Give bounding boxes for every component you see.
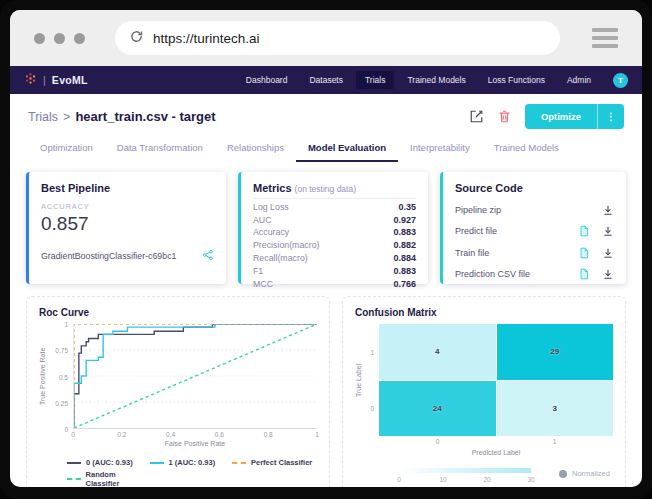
window-minimize-button[interactable] — [54, 33, 65, 44]
optimize-button-group: Optimize ⋮ — [525, 104, 624, 129]
app-navbar: | EvoML Dashboard Datasets Trials Traine… — [10, 66, 642, 94]
legend-item[interactable]: Perfect Classifier — [232, 458, 315, 467]
roc-y-ticks: 00.250.50.751 — [49, 324, 73, 429]
legend-item[interactable]: 1 (AUC: 0.93) — [150, 458, 233, 467]
user-avatar[interactable]: T — [613, 73, 628, 88]
browser-chrome: https://turintech.ai — [10, 10, 642, 66]
download-icon[interactable] — [602, 204, 614, 216]
page-header: Trials > heart_train.csv - target Optimi… — [10, 94, 642, 131]
nav-item-datasets[interactable]: Datasets — [300, 71, 352, 89]
file-icon[interactable] — [578, 225, 590, 237]
metrics-title: Metrics — [253, 182, 292, 194]
metric-row: Precision(macro)0.882 — [253, 240, 416, 250]
tab-trained-models[interactable]: Trained Models — [482, 137, 571, 162]
model-name: GradientBoostingClassifier-c69bc1 — [41, 251, 176, 261]
tab-relationships[interactable]: Relationships — [215, 137, 296, 162]
optimize-button[interactable]: Optimize — [525, 104, 597, 129]
brand-separator: | — [43, 74, 46, 86]
nav-item-dashboard[interactable]: Dashboard — [237, 71, 297, 89]
roc-curve-title: Roc Curve — [39, 307, 317, 318]
metric-row: F10.883 — [253, 266, 416, 276]
window-maximize-button[interactable] — [74, 33, 85, 44]
metric-row: Recall(macro)0.884 — [253, 253, 416, 263]
file-icon[interactable] — [578, 247, 590, 259]
nav-item-admin[interactable]: Admin — [558, 71, 600, 89]
accuracy-value: 0.857 — [41, 213, 214, 235]
cm-cells: 429243 — [379, 324, 613, 436]
reload-icon[interactable] — [129, 29, 144, 48]
pipeline-tree-icon[interactable] — [202, 247, 214, 265]
download-icon[interactable] — [602, 268, 614, 280]
roc-curve-card: Roc Curve True Positive Rate 00.250.50.7… — [26, 296, 330, 487]
browser-window: https://turintech.ai | EvoML Dashb — [10, 10, 642, 487]
charts-row: Roc Curve True Positive Rate 00.250.50.7… — [10, 290, 642, 487]
page-title: heart_train.csv - target — [75, 109, 215, 124]
cm-y-ticks: 10 — [365, 324, 379, 436]
roc-y-axis-label: True Positive Rate — [39, 324, 49, 429]
nav-item-trained-models[interactable]: Trained Models — [398, 71, 474, 89]
source-code-card: Source Code Pipeline zip Predict file Tr… — [440, 172, 626, 284]
device-frame: https://turintech.ai | EvoML Dashb — [0, 0, 652, 499]
breadcrumb-trials-link[interactable]: Trials — [28, 110, 58, 124]
roc-legend: 0 (AUC: 0.93)1 (AUC: 0.93)Perfect Classi… — [67, 458, 317, 487]
roc-x-axis-label: False Positive Rate — [73, 440, 317, 451]
legend-item[interactable]: Random Classifier — [67, 470, 150, 487]
cm-x-ticks: 01 — [379, 436, 613, 449]
summary-cards: Best Pipeline ACCURACY 0.857 GradientBoo… — [10, 162, 642, 290]
window-close-button[interactable] — [34, 33, 45, 44]
metric-row: Log Loss0.35 — [253, 202, 416, 212]
download-icon[interactable] — [602, 225, 614, 237]
nav-item-loss-functions[interactable]: Loss Functions — [479, 71, 554, 89]
edit-icon[interactable] — [469, 109, 484, 124]
brand-name: EvoML — [52, 74, 88, 86]
url-text[interactable]: https://turintech.ai — [153, 31, 260, 46]
breadcrumb-separator: > — [63, 110, 70, 124]
accuracy-label: ACCURACY — [41, 202, 214, 211]
tab-data-transformation[interactable]: Data Transformation — [105, 137, 215, 162]
confusion-matrix-title: Confusion Matrix — [355, 307, 613, 318]
tab-interpretability[interactable]: Interpretability — [398, 137, 482, 162]
normalized-radio-icon[interactable] — [559, 470, 567, 478]
evoml-logo-icon — [24, 71, 37, 89]
legend-item[interactable]: 0 (AUC: 0.93) — [67, 458, 150, 467]
normalized-toggle[interactable]: Normalized — [559, 469, 610, 478]
delete-trash-icon[interactable] — [497, 109, 512, 124]
best-pipeline-title: Best Pipeline — [41, 182, 214, 194]
cm-x-axis-label: Predicted Label — [379, 449, 613, 460]
source-row: Predict file — [455, 225, 614, 237]
optimize-more-icon[interactable]: ⋮ — [597, 104, 624, 129]
roc-x-ticks: 00.20.40.60.81 — [73, 429, 317, 440]
cm-y-axis-label: True Label — [355, 324, 365, 436]
nav-item-trials[interactable]: Trials — [356, 71, 394, 89]
download-icon[interactable] — [602, 247, 614, 259]
colorbar: 0102030 — [399, 468, 531, 487]
confusion-cell: 24 — [379, 381, 496, 437]
source-code-title: Source Code — [455, 182, 614, 194]
metrics-card: Metrics (on testing data) Log Loss0.35 A… — [238, 172, 428, 284]
url-bar[interactable]: https://turintech.ai — [115, 21, 560, 55]
source-row: Pipeline zip — [455, 204, 614, 216]
window-controls — [34, 33, 85, 44]
metric-row: AUC0.927 — [253, 215, 416, 225]
normalized-label: Normalized — [572, 469, 610, 478]
metric-row: Accuracy0.883 — [253, 227, 416, 237]
confusion-cell: 3 — [497, 381, 614, 437]
browser-menu-icon[interactable] — [592, 28, 618, 48]
file-icon[interactable] — [578, 268, 590, 280]
confusion-matrix-card: Confusion Matrix True Label 10 429243 01… — [342, 296, 626, 487]
confusion-cell: 4 — [379, 324, 496, 380]
source-row: Train file — [455, 247, 614, 259]
metrics-subtitle: (on testing data) — [295, 184, 356, 194]
tab-optimization[interactable]: Optimization — [28, 137, 105, 162]
source-row: Prediction CSV file — [455, 268, 614, 280]
best-pipeline-card: Best Pipeline ACCURACY 0.857 GradientBoo… — [26, 172, 226, 284]
nav-menu: Dashboard Datasets Trials Trained Models… — [237, 71, 628, 89]
roc-plot-area — [73, 324, 317, 429]
metric-row: MCC0.766 — [253, 279, 416, 289]
tab-bar: Optimization Data Transformation Relatio… — [10, 131, 642, 162]
confusion-cell: 29 — [497, 324, 614, 380]
tab-model-evaluation[interactable]: Model Evaluation — [296, 137, 398, 162]
